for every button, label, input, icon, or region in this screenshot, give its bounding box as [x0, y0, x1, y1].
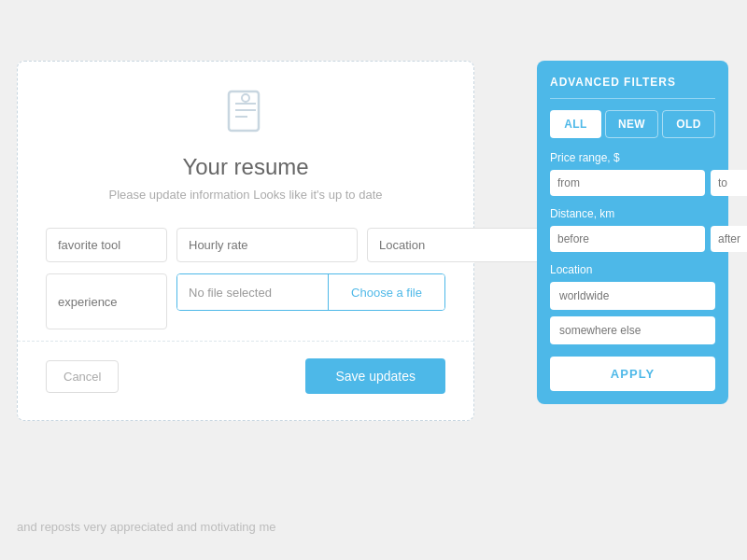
resume-icon [46, 90, 445, 145]
experience-input[interactable] [46, 273, 167, 329]
resume-title: Your resume [46, 154, 445, 180]
apply-button[interactable]: APPLY [550, 357, 715, 391]
resume-subtitle: Please update information Looks like it'… [46, 188, 445, 202]
distance-row [550, 226, 715, 252]
filters-panel: ADVANCED FILTERS ALL NEW OLD Price range… [537, 61, 728, 404]
location-label: Location [550, 263, 715, 276]
tab-all[interactable]: ALL [550, 110, 601, 138]
tab-old[interactable]: OLD [662, 110, 715, 138]
svg-point-4 [242, 94, 249, 102]
tab-group: ALL NEW OLD [550, 110, 715, 138]
favorite-tool-input[interactable] [46, 228, 167, 262]
location-somewhere-input[interactable] [550, 316, 715, 344]
choose-file-button[interactable]: Choose a file [328, 274, 444, 310]
tab-new[interactable]: NEW [605, 110, 658, 138]
form-row-1 [46, 228, 445, 262]
distance-after-input[interactable] [711, 226, 747, 252]
location-input[interactable] [367, 228, 548, 262]
no-file-label: No file selected [177, 274, 328, 310]
hourly-rate-input[interactable] [176, 228, 358, 262]
form-row-2: No file selected Choose a file [46, 273, 445, 329]
distance-label: Distance, km [550, 207, 715, 220]
file-upload-row: No file selected Choose a file [176, 273, 445, 311]
price-to-input[interactable] [711, 170, 747, 196]
price-range-row [550, 170, 715, 196]
filters-divider [550, 98, 715, 99]
price-from-input[interactable] [550, 170, 705, 196]
resume-card: Your resume Please update information Lo… [17, 61, 474, 421]
location-worldwide-input[interactable] [550, 282, 715, 310]
filters-title: ADVANCED FILTERS [550, 76, 715, 89]
distance-before-input[interactable] [550, 226, 705, 252]
card-actions: Cancel Save updates [46, 358, 445, 394]
bottom-text: and reposts very appreciated and motivat… [17, 520, 276, 534]
card-divider [18, 341, 473, 342]
cancel-button[interactable]: Cancel [46, 360, 119, 393]
price-range-label: Price range, $ [550, 151, 715, 164]
save-button[interactable]: Save updates [305, 358, 445, 394]
